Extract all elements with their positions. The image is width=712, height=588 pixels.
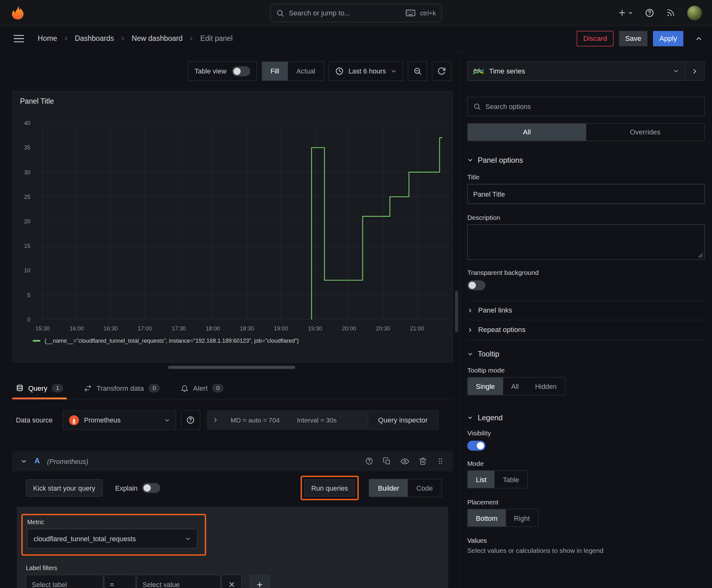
- svg-text:19:00: 19:00: [274, 326, 288, 332]
- legend-mode-list[interactable]: List: [468, 471, 495, 488]
- table-view-toggle[interactable]: [232, 66, 250, 76]
- builder-option[interactable]: Builder: [369, 479, 408, 497]
- apply-button[interactable]: Apply: [653, 31, 684, 46]
- duplicate-icon[interactable]: [383, 457, 391, 465]
- code-option[interactable]: Code: [408, 479, 441, 497]
- run-queries-button[interactable]: Run queries: [304, 479, 355, 497]
- remove-filter-button[interactable]: [222, 575, 242, 588]
- eye-icon[interactable]: [401, 457, 409, 465]
- global-search-input[interactable]: [289, 9, 401, 17]
- options-search-input[interactable]: [486, 103, 699, 110]
- tab-alert[interactable]: Alert 0: [177, 378, 227, 399]
- svg-text:17:30: 17:30: [172, 326, 186, 332]
- svg-text:15:30: 15:30: [36, 326, 50, 332]
- select-value-dropdown[interactable]: Select value: [136, 575, 221, 588]
- help-icon[interactable]: [645, 8, 654, 17]
- resize-grip-icon[interactable]: [697, 253, 703, 258]
- query-editor-card: A (Prometheus) Kick start your query Exp…: [12, 451, 453, 588]
- user-avatar[interactable]: [687, 5, 702, 20]
- trash-icon[interactable]: [419, 457, 427, 465]
- repeat-options-section[interactable]: Repeat options: [467, 320, 705, 339]
- close-icon: [228, 581, 235, 588]
- zoom-out-button[interactable]: [408, 61, 427, 81]
- legend-placement-group: Bottom Right: [467, 509, 538, 527]
- tooltip-mode-all[interactable]: All: [503, 378, 527, 395]
- panel-title-input[interactable]: [467, 184, 705, 204]
- run-queries-highlight: Run queries: [300, 476, 359, 500]
- tooltip-mode-single[interactable]: Single: [468, 378, 503, 395]
- options-search[interactable]: [467, 97, 705, 116]
- query-inspector-button[interactable]: Query inspector: [368, 410, 438, 430]
- options-tabs: All Overrides: [467, 123, 705, 141]
- legend-header[interactable]: Legend: [467, 413, 705, 422]
- datasource-help-button[interactable]: [180, 410, 200, 430]
- editor-tabs: Query 1 Transform data 0 Alert 0: [12, 378, 453, 399]
- tab-alert-label: Alert: [193, 384, 208, 392]
- add-filter-button[interactable]: [250, 575, 270, 588]
- fill-option[interactable]: Fill: [262, 62, 288, 80]
- tooltip-mode-hidden[interactable]: Hidden: [527, 378, 565, 395]
- datasource-picker[interactable]: Prometheus: [63, 410, 176, 430]
- news-icon[interactable]: [666, 8, 675, 17]
- chevron-right-icon[interactable]: [212, 417, 219, 423]
- metric-label: Metric: [27, 519, 197, 526]
- horizontal-scrollbar[interactable]: [168, 365, 295, 369]
- query-row-header[interactable]: A (Prometheus): [12, 451, 453, 471]
- question-circle-icon[interactable]: [365, 457, 373, 465]
- prometheus-icon: [68, 415, 80, 426]
- tab-transform-data[interactable]: Transform data 0: [81, 378, 164, 399]
- legend-mode-table[interactable]: Table: [495, 471, 527, 488]
- menu-toggle-icon[interactable]: [14, 35, 24, 42]
- chevron-down-icon[interactable]: [20, 458, 27, 465]
- discard-button[interactable]: Discard: [577, 31, 613, 46]
- chevron-down-icon: [672, 68, 679, 75]
- svg-text:20:30: 20:30: [376, 326, 390, 332]
- new-menu-button[interactable]: [618, 8, 633, 17]
- refresh-button[interactable]: [432, 61, 451, 81]
- grafana-logo[interactable]: [10, 5, 25, 20]
- explain-toggle[interactable]: [142, 483, 160, 493]
- tab-all[interactable]: All: [468, 123, 586, 141]
- svg-text:20: 20: [24, 218, 30, 225]
- tooltip-header[interactable]: Tooltip: [467, 350, 705, 358]
- breadcrumb-dashboards[interactable]: Dashboards: [75, 34, 114, 42]
- panel-links-section[interactable]: Panel links: [467, 301, 705, 320]
- operator-value: =: [110, 581, 114, 588]
- legend-title: Legend: [478, 413, 503, 422]
- breadcrumb-home[interactable]: Home: [38, 34, 57, 42]
- metric-select[interactable]: cloudflared_tunnel_total_requests: [27, 529, 197, 548]
- svg-text:21:00: 21:00: [410, 326, 424, 332]
- placement-right[interactable]: Right: [506, 509, 538, 526]
- legend-series-name[interactable]: {__name__="cloudflared_tunnel_total_requ…: [45, 338, 299, 344]
- kick-start-query-button[interactable]: Kick start your query: [26, 479, 102, 497]
- description-textarea[interactable]: [467, 225, 705, 260]
- tab-overrides[interactable]: Overrides: [586, 123, 705, 141]
- keyboard-icon: [406, 9, 416, 17]
- query-ref-id: A: [35, 457, 40, 465]
- operator-dropdown[interactable]: =: [104, 575, 136, 588]
- panel-options-header[interactable]: Panel options: [467, 156, 705, 164]
- visualization-picker[interactable]: Time series: [467, 61, 685, 81]
- global-search[interactable]: ctrl+k: [270, 4, 442, 22]
- actual-option[interactable]: Actual: [288, 62, 324, 80]
- tooltip-mode-group: Single All Hidden: [467, 377, 565, 396]
- explain-control: Explain: [115, 483, 160, 493]
- vertical-scrollbar[interactable]: [455, 291, 458, 333]
- svg-text:18:00: 18:00: [206, 326, 220, 332]
- breadcrumb-new-dashboard[interactable]: New dashboard: [132, 34, 182, 42]
- chevron-up-icon[interactable]: [695, 34, 703, 42]
- tab-query[interactable]: Query 1: [12, 378, 67, 399]
- transparent-background-toggle[interactable]: [467, 280, 486, 290]
- legend-visibility-toggle[interactable]: [467, 441, 486, 451]
- breadcrumb: Home Dashboards New dashboard Edit panel: [38, 34, 233, 42]
- placement-bottom[interactable]: Bottom: [468, 509, 506, 526]
- time-range-picker[interactable]: Last 6 hours: [329, 61, 404, 81]
- svg-text:25: 25: [24, 194, 30, 200]
- drag-handle-icon[interactable]: [436, 457, 445, 465]
- query-toolbar: Kick start your query Explain Run querie…: [12, 476, 453, 500]
- viz-suggestions-button[interactable]: [685, 61, 705, 81]
- save-button[interactable]: Save: [619, 31, 648, 46]
- select-label-dropdown[interactable]: Select label: [26, 575, 103, 588]
- view-toolbar: Table view Fill Actual Last 6 hours: [188, 61, 451, 81]
- chevron-down-icon: [91, 582, 97, 587]
